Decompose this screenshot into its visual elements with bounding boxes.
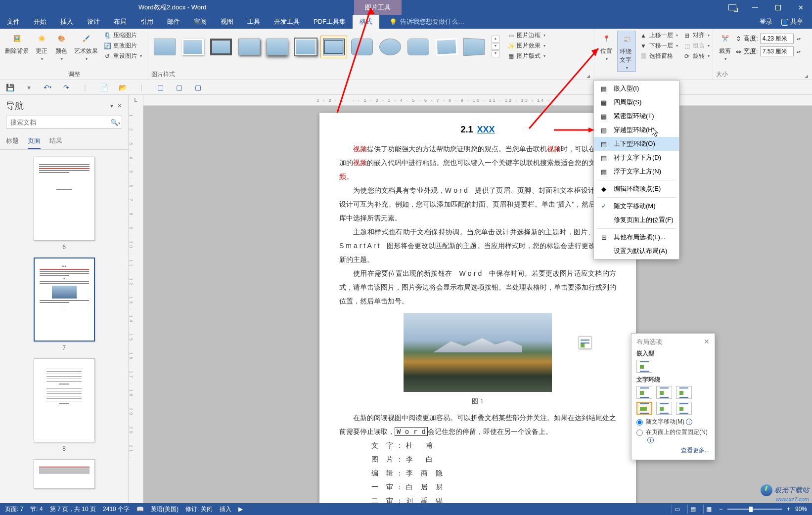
- picture-style-item[interactable]: [320, 36, 347, 58]
- gallery-more-button[interactable]: ▾: [492, 50, 499, 57]
- radio-fix-position[interactable]: 在页面上的位置固定(N)i: [636, 428, 710, 443]
- corrections-button[interactable]: ☀️ 更正▾: [33, 31, 50, 62]
- picture-border-button[interactable]: ▭图片边框▾: [505, 31, 547, 40]
- tab-view[interactable]: 视图: [214, 15, 240, 29]
- gallery-up-button[interactable]: ▴: [492, 36, 499, 43]
- wrap-edit-points-item[interactable]: ◆编辑环绕顶点(E): [594, 182, 679, 196]
- layout-behind-icon[interactable]: [656, 402, 672, 415]
- minimize-button[interactable]: [744, 0, 767, 15]
- picture-style-item[interactable]: [208, 36, 234, 58]
- close-icon[interactable]: ✕: [704, 338, 710, 346]
- close-button[interactable]: ✕: [789, 0, 812, 15]
- artistic-effects-button[interactable]: 🖌️ 艺术效果▾: [72, 31, 100, 62]
- status-page-of[interactable]: 第 7 页，共 10 页: [50, 505, 96, 514]
- width-input[interactable]: [760, 46, 794, 56]
- picture-style-item[interactable]: [349, 36, 375, 58]
- contextual-tab-picture-tools[interactable]: 图片工具: [354, 0, 402, 15]
- see-more-link[interactable]: 查看更多...: [636, 446, 710, 455]
- wrap-text-button[interactable]: 📰 环绕文字▾: [617, 31, 636, 72]
- info-icon[interactable]: i: [647, 437, 654, 443]
- wrap-more-options-item[interactable]: ⊞其他布局选项(L)...: [594, 230, 679, 244]
- tab-layout[interactable]: 布局: [107, 15, 134, 29]
- position-button[interactable]: 📍 位置▾: [597, 31, 615, 62]
- status-track[interactable]: 修订: 关闭: [185, 505, 213, 514]
- change-picture-button[interactable]: 🔄更改图片: [102, 41, 143, 50]
- wrap-inline-item[interactable]: ▤嵌入型(I): [594, 82, 679, 95]
- picture-style-item[interactable]: [180, 36, 206, 58]
- nav-search[interactable]: 🔍▾: [6, 116, 122, 129]
- picture-style-item[interactable]: [264, 36, 291, 58]
- nav-tab-results[interactable]: 结果: [49, 133, 62, 149]
- tab-references[interactable]: 引用: [134, 15, 160, 29]
- tab-format[interactable]: 格式: [353, 15, 379, 29]
- document-area[interactable]: 3 · 2 · 1 · · · 1 · 2 · 3 · 4 · 5 · 6 · …: [143, 95, 812, 503]
- width-spinner[interactable]: ▴▾: [797, 49, 801, 54]
- wrap-front-item[interactable]: ▤浮于文字上方(N): [594, 165, 679, 178]
- layout-topbottom-icon[interactable]: [636, 402, 652, 415]
- layout-inline-icon[interactable]: [636, 360, 652, 373]
- wrap-through-item[interactable]: ▤穿越型环绕(H): [594, 123, 679, 137]
- info-icon[interactable]: i: [686, 419, 692, 425]
- remove-background-button[interactable]: 🖼️ 删除背景: [3, 31, 31, 56]
- picture-style-item[interactable]: [405, 36, 432, 58]
- status-section[interactable]: 节: 4: [30, 505, 43, 514]
- status-lang[interactable]: 英语(美国): [151, 505, 179, 514]
- document-image[interactable]: [404, 313, 552, 392]
- tab-mailings[interactable]: 邮件: [160, 15, 187, 29]
- wrap-tight-item[interactable]: ▤紧密型环绕(T): [594, 109, 679, 123]
- dialog-launcher-styles[interactable]: ◢: [586, 74, 590, 79]
- rotate-button[interactable]: ⟳旋转▾: [681, 51, 711, 61]
- redo-button[interactable]: ↷: [61, 83, 71, 92]
- picture-style-item[interactable]: [236, 36, 263, 58]
- picture-layout-button[interactable]: ▦图片版式▾: [505, 51, 547, 61]
- ribbon-display-options[interactable]: [721, 0, 744, 15]
- zoom-in-button[interactable]: +: [787, 506, 790, 513]
- gallery-down-button[interactable]: ▾: [492, 43, 499, 50]
- layout-tight-icon[interactable]: [656, 386, 672, 399]
- open-button[interactable]: 📂: [118, 83, 128, 92]
- layout-front-icon[interactable]: [676, 402, 692, 415]
- wrap-set-default-item[interactable]: 设置为默认布局(A): [594, 244, 679, 258]
- page-thumbnail[interactable]: [34, 157, 95, 241]
- zoom-out-button[interactable]: −: [719, 506, 722, 513]
- qat-btn-c[interactable]: ▢: [193, 83, 203, 92]
- picture-style-item[interactable]: [433, 36, 460, 58]
- reset-picture-button[interactable]: ↺重设图片▾: [102, 51, 143, 61]
- layout-through-icon[interactable]: [676, 386, 692, 399]
- send-backward-button[interactable]: ▼下移一层▾: [638, 41, 679, 50]
- view-web-button[interactable]: ▦: [703, 505, 714, 514]
- view-print-button[interactable]: ▤: [687, 505, 698, 514]
- wrap-square-item[interactable]: ▤四周型(S): [594, 95, 679, 109]
- qat-dropdown[interactable]: ▾: [24, 83, 34, 92]
- dialog-launcher-size[interactable]: ◢: [805, 74, 808, 79]
- wrap-move-with-text-item[interactable]: ✓随文字移动(M): [594, 199, 679, 213]
- nav-dropdown[interactable]: ▾: [110, 102, 113, 109]
- height-spinner[interactable]: ▴▾: [797, 37, 801, 41]
- zoom-slider[interactable]: [727, 509, 782, 510]
- search-icon[interactable]: 🔍▾: [108, 119, 122, 126]
- status-macro-icon[interactable]: ▶: [238, 506, 243, 513]
- login-link[interactable]: 登录: [760, 17, 772, 26]
- tab-file[interactable]: 文件: [0, 15, 27, 29]
- save-button[interactable]: 💾: [5, 83, 15, 92]
- picture-style-item[interactable]: [292, 36, 319, 58]
- picture-styles-gallery[interactable]: [151, 31, 488, 58]
- selection-pane-button[interactable]: ☰选择窗格: [638, 51, 679, 61]
- status-page[interactable]: 页面: 7: [5, 505, 23, 514]
- layout-options-handle[interactable]: [579, 336, 591, 349]
- page-thumbnail[interactable]: [34, 358, 95, 442]
- tab-insert[interactable]: 插入: [53, 15, 80, 29]
- radio-move-with-text[interactable]: 随文字移动(M)i: [636, 418, 710, 426]
- wrap-topbottom-item[interactable]: ▤上下型环绕(O): [594, 137, 679, 151]
- nav-tab-pages[interactable]: 页面: [28, 133, 41, 149]
- tab-tools[interactable]: 工具: [240, 15, 267, 29]
- wrap-fix-position-item[interactable]: 修复页面上的位置(F): [594, 213, 679, 227]
- status-words[interactable]: 2410 个字: [103, 505, 130, 514]
- zoom-level[interactable]: 90%: [795, 506, 807, 513]
- view-read-button[interactable]: ▭: [672, 505, 682, 514]
- search-input[interactable]: [6, 119, 108, 126]
- tab-pdf[interactable]: PDF工具集: [307, 15, 353, 29]
- nav-thumbnails[interactable]: 6 ■ ■ ■ · · ·· · ·· · · 7: [0, 150, 128, 503]
- undo-button[interactable]: ↶▾: [43, 83, 52, 92]
- nav-close[interactable]: ✕: [117, 102, 122, 109]
